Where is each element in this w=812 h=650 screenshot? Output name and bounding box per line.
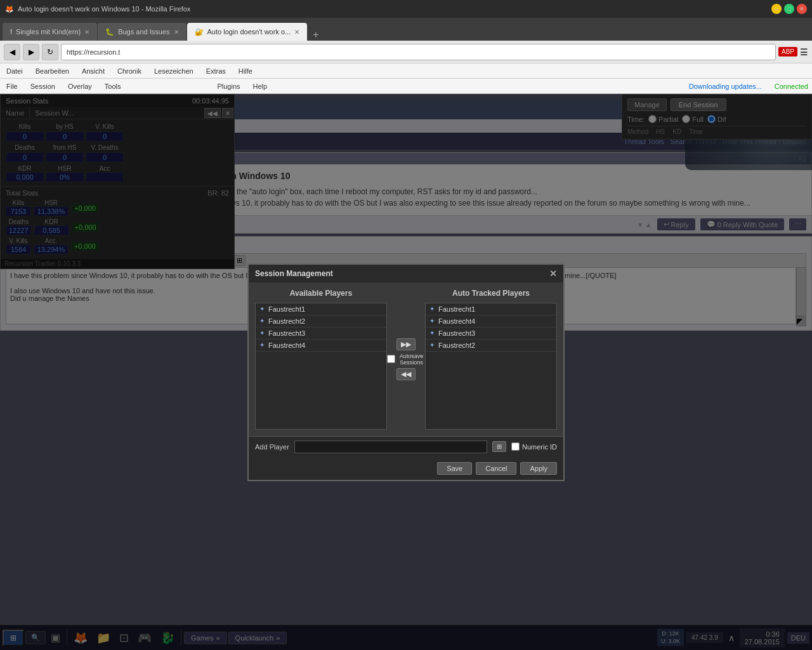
tab-close-singles[interactable]: ✕ bbox=[84, 29, 89, 36]
player-name-3: Faustrecht3 bbox=[268, 329, 305, 337]
menu-help[interactable]: Help bbox=[251, 81, 270, 91]
title-bar: 🦊 Auto login doesn't work on Windows 10 … bbox=[0, 0, 812, 18]
tab-favicon-singles: f bbox=[10, 28, 12, 36]
menu-bearbeiten[interactable]: Bearbeiten bbox=[33, 66, 72, 76]
tab-label-autologin: Auto login doesn't work o... bbox=[207, 28, 291, 36]
tab-favicon-bugs: 🐛 bbox=[105, 28, 114, 36]
modal-title: Session Management bbox=[255, 269, 333, 278]
modal-backdrop: Session Management ✕ Available Players ✦… bbox=[0, 94, 812, 650]
forward-button[interactable]: ▶ bbox=[23, 44, 39, 60]
save-button[interactable]: Save bbox=[437, 462, 472, 475]
available-header: Available Players bbox=[255, 289, 387, 298]
minimize-button[interactable]: ─ bbox=[771, 4, 782, 14]
tracked-item-2[interactable]: ✦ Faustrecht4 bbox=[426, 315, 556, 328]
tracked-icon-2: ✦ bbox=[429, 317, 435, 324]
numeric-id-checkbox[interactable]: Numeric ID bbox=[511, 442, 557, 451]
available-player-list: ✦ Faustrecht1 ✦ Faustrecht2 ✦ Faustrecht… bbox=[255, 303, 387, 430]
tab-singles[interactable]: f Singles mit Kind(ern) ✕ bbox=[3, 23, 97, 41]
player-item-3[interactable]: ✦ Faustrecht3 bbox=[256, 328, 386, 340]
player-item-2[interactable]: ✦ Faustrecht2 bbox=[256, 315, 386, 328]
address-text: https://recursion.t bbox=[67, 48, 120, 56]
tracked-icon-4: ✦ bbox=[429, 342, 435, 348]
tracked-icon-1: ✦ bbox=[429, 305, 435, 312]
downloading-text: Downloading updates... bbox=[689, 83, 762, 90]
tab-close-autologin[interactable]: ✕ bbox=[294, 29, 299, 36]
add-player-label: Add Player bbox=[255, 443, 289, 451]
tab-label-bugs: Bugs and Issues bbox=[118, 28, 169, 36]
modal-body: Available Players ✦ Faustrecht1 ✦ Faustr… bbox=[249, 282, 563, 436]
menu-chronik[interactable]: Chronik bbox=[115, 66, 144, 76]
tracked-name-3: Faustrecht3 bbox=[438, 329, 475, 337]
tracked-item-4[interactable]: ✦ Faustrecht2 bbox=[426, 340, 556, 352]
add-tracked-button[interactable]: ▶▶ bbox=[396, 338, 416, 350]
player-name-2: Faustrecht2 bbox=[268, 317, 305, 325]
add-player-grid-btn[interactable]: ⊞ bbox=[492, 441, 506, 452]
add-tab-button[interactable]: + bbox=[308, 29, 324, 41]
modal-footer: Save Cancel Apply bbox=[249, 457, 563, 480]
cancel-button[interactable]: Cancel bbox=[476, 462, 516, 475]
browser-menu-bar: Datei Bearbeiten Ansicht Chronik Lesezei… bbox=[0, 63, 812, 79]
modal-close-button[interactable]: ✕ bbox=[549, 269, 557, 279]
tracked-name-2: Faustrecht4 bbox=[438, 317, 475, 325]
add-player-input[interactable] bbox=[294, 441, 487, 453]
tracked-player-list: ✦ Faustrecht1 ✦ Faustrecht4 ✦ Faustrecht… bbox=[425, 303, 557, 430]
close-button[interactable]: ✕ bbox=[797, 4, 807, 14]
tab-autologin[interactable]: 🔐 Auto login doesn't work o... ✕ bbox=[187, 23, 308, 41]
tracked-item-1[interactable]: ✦ Faustrecht1 bbox=[426, 303, 556, 315]
tracked-header: Auto Tracked Players bbox=[425, 289, 557, 298]
numeric-id-input[interactable] bbox=[511, 442, 520, 451]
maximize-button[interactable]: □ bbox=[784, 4, 794, 14]
menu-lesezeichen[interactable]: Lesezeichen bbox=[152, 66, 196, 76]
tab-close-bugs[interactable]: ✕ bbox=[174, 29, 179, 36]
address-bar[interactable]: https://recursion.t bbox=[61, 44, 776, 60]
browser-window: 🦊 Auto login doesn't work on Windows 10 … bbox=[0, 0, 812, 650]
connected-status: Connected bbox=[775, 83, 808, 90]
menu-hilfe[interactable]: Hilfe bbox=[236, 66, 255, 76]
firefox-favicon: 🦊 bbox=[5, 5, 14, 13]
tab-bugs[interactable]: 🐛 Bugs and Issues ✕ bbox=[98, 23, 186, 41]
player-icon-3: ✦ bbox=[259, 329, 265, 336]
menu-overlay[interactable]: Overlay bbox=[65, 81, 95, 91]
autosave-input[interactable] bbox=[387, 355, 395, 363]
player-item-1[interactable]: ✦ Faustrecht1 bbox=[256, 303, 386, 315]
menu-file[interactable]: File bbox=[4, 81, 20, 91]
menu-icon[interactable]: ☰ bbox=[800, 47, 808, 57]
back-button[interactable]: ◀ bbox=[4, 44, 20, 60]
menu-plugins[interactable]: Plugins bbox=[214, 81, 242, 91]
abp-icon: ABP bbox=[778, 47, 797, 56]
tracked-item-3[interactable]: ✦ Faustrecht3 bbox=[426, 328, 556, 340]
nav-right: ABP ☰ bbox=[778, 47, 808, 57]
autosave-checkbox[interactable]: Autosave Sessions bbox=[387, 353, 425, 366]
tab-bar: f Singles mit Kind(ern) ✕ 🐛 Bugs and Iss… bbox=[0, 18, 812, 41]
reload-button[interactable]: ↻ bbox=[42, 44, 58, 60]
session-management-modal: Session Management ✕ Available Players ✦… bbox=[247, 263, 565, 481]
window-title: Auto login doesn't work on Windows 10 - … bbox=[18, 5, 190, 13]
tracked-name-4: Faustrecht2 bbox=[438, 342, 475, 349]
modal-header: Session Management ✕ bbox=[249, 265, 563, 282]
player-icon-1: ✦ bbox=[259, 305, 265, 312]
menu-datei[interactable]: Datei bbox=[4, 66, 25, 76]
tracked-icon-3: ✦ bbox=[429, 329, 435, 336]
apply-button[interactable]: Apply bbox=[520, 462, 557, 475]
tab-favicon-autologin: 🔐 bbox=[195, 28, 204, 36]
remove-tracked-button[interactable]: ◀◀ bbox=[396, 368, 416, 380]
player-icon-4: ✦ bbox=[259, 342, 265, 348]
player-item-4[interactable]: ✦ Faustrecht4 bbox=[256, 340, 386, 352]
title-bar-left: 🦊 Auto login doesn't work on Windows 10 … bbox=[5, 5, 190, 13]
tracked-name-1: Faustrecht1 bbox=[438, 305, 475, 313]
window-controls: ─ □ ✕ bbox=[771, 4, 807, 14]
player-icon-2: ✦ bbox=[259, 317, 265, 324]
menu-extras[interactable]: Extras bbox=[204, 66, 228, 76]
overlay-menu-bar: File Session Overlay Tools Plugins Help … bbox=[0, 79, 812, 94]
tracked-col: Auto Tracked Players ✦ Faustrecht1 ✦ Fau… bbox=[425, 289, 557, 430]
page-content: Session Stats 00:03:44.95 Name Session W… bbox=[0, 94, 812, 650]
tab-label-singles: Singles mit Kind(ern) bbox=[16, 28, 81, 36]
modal-arrows: ▶▶ Autosave Sessions ◀◀ bbox=[387, 289, 425, 430]
menu-tools[interactable]: Tools bbox=[102, 81, 124, 91]
menu-session[interactable]: Session bbox=[28, 81, 58, 91]
menu-ansicht[interactable]: Ansicht bbox=[79, 66, 107, 76]
player-name-1: Faustrecht1 bbox=[268, 305, 305, 313]
available-col: Available Players ✦ Faustrecht1 ✦ Faustr… bbox=[255, 289, 387, 430]
nav-bar: ◀ ▶ ↻ https://recursion.t ABP ☰ bbox=[0, 41, 812, 63]
add-player-section: Add Player ⊞ Numeric ID bbox=[249, 436, 563, 457]
